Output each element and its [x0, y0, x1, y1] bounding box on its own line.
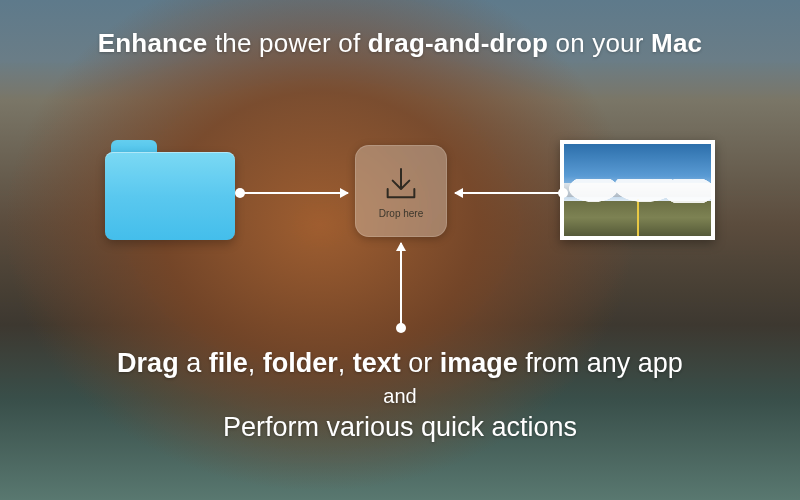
sub-t3: from any app: [518, 348, 683, 378]
headline-word-mac: Mac: [651, 28, 702, 58]
subtext-line-1: Drag a file, folder, text or image from …: [0, 348, 800, 379]
headline-word-dragdrop: drag-and-drop: [368, 28, 548, 58]
word-file: file: [209, 348, 248, 378]
headline-word-enhance: Enhance: [98, 28, 208, 58]
word-folder: folder: [263, 348, 338, 378]
word-image: image: [440, 348, 518, 378]
headline: Enhance the power of drag-and-drop on yo…: [0, 28, 800, 59]
word-drag: Drag: [117, 348, 179, 378]
subtext-and: and: [0, 385, 800, 408]
headline-text-2: on your: [548, 28, 651, 58]
headline-text-1: the power of: [208, 28, 368, 58]
sub-t1: a: [179, 348, 209, 378]
image-thumbnail-content: [564, 144, 711, 236]
arrow-from-image: [455, 192, 563, 194]
subtext-line-2: Perform various quick actions: [0, 412, 800, 443]
arrow-to-text: [400, 243, 402, 328]
sub-t2: or: [401, 348, 440, 378]
arrow-from-folder: [240, 192, 348, 194]
promo-canvas: Enhance the power of drag-and-drop on yo…: [0, 0, 800, 500]
drop-zone-label: Drop here: [379, 208, 423, 219]
sub-c2: ,: [338, 348, 353, 378]
subtext: Drag a file, folder, text or image from …: [0, 348, 800, 443]
drop-zone[interactable]: Drop here: [355, 145, 447, 237]
sub-c1: ,: [248, 348, 263, 378]
folder-body: [105, 152, 235, 240]
word-text: text: [353, 348, 401, 378]
download-icon: [381, 164, 421, 204]
image-thumbnail[interactable]: [560, 140, 715, 240]
folder-icon[interactable]: [105, 140, 235, 240]
